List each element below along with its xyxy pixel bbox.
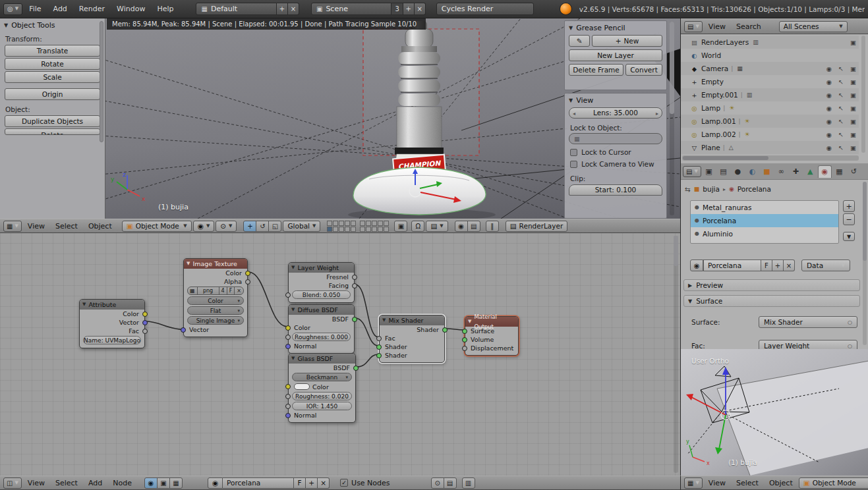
- checkbox-icon[interactable]: [570, 149, 577, 156]
- outliner-row-plane[interactable]: ▽ Plane | △ ◉ ↖ ▣: [681, 141, 859, 154]
- menu-view[interactable]: View: [23, 479, 49, 487]
- snap-magnet-icon[interactable]: Ω: [411, 221, 424, 232]
- outliner-vertical-scrollbar[interactable]: [861, 36, 865, 153]
- node-header[interactable]: ▼ Mix Shader: [380, 315, 444, 325]
- scale-button[interactable]: Scale: [5, 71, 100, 83]
- delete-button[interactable]: Delete: [5, 128, 100, 135]
- menu-object[interactable]: Object: [765, 479, 797, 487]
- hide-eye-icon[interactable]: ◉: [826, 92, 832, 99]
- delete-layout-button[interactable]: ×: [288, 3, 299, 15]
- color-space-menu[interactable]: Color: [187, 296, 244, 305]
- collapse-icon[interactable]: ▼: [291, 263, 295, 273]
- restrict-render-icon[interactable]: ▣: [850, 65, 856, 72]
- lock-to-cursor-row[interactable]: Lock to Cursor: [570, 148, 661, 156]
- socket-fresnel[interactable]: [352, 275, 357, 280]
- rotate-button[interactable]: Rotate: [5, 58, 100, 70]
- viewport-shading-dropdown[interactable]: ◉ ▼: [193, 221, 215, 232]
- hide-eye-icon[interactable]: ◉: [826, 105, 832, 112]
- slider-right-arrow-icon[interactable]: ▸: [656, 109, 658, 119]
- snap-icon[interactable]: ⊙: [431, 477, 444, 489]
- checkbox-icon[interactable]: [570, 161, 577, 168]
- new-grease-button[interactable]: + New: [592, 35, 662, 47]
- blend-slider[interactable]: Blend: 0.050: [292, 290, 351, 299]
- menu-select[interactable]: Select: [51, 222, 82, 231]
- surface-panel-header[interactable]: ▼ Surface: [683, 295, 860, 307]
- restrict-render-icon[interactable]: ▣: [850, 144, 856, 151]
- editor-type-3dview-button[interactable]: ▦▼: [684, 477, 703, 489]
- clip-start-field[interactable]: Start: 0.100: [569, 184, 662, 196]
- socket-shader-out[interactable]: [442, 327, 448, 333]
- delete-frame-button[interactable]: Delete Frame: [569, 64, 623, 76]
- view-panel-header[interactable]: ▼ View: [565, 94, 666, 106]
- pivot-point-dropdown[interactable]: ⊙ ▼: [216, 221, 237, 232]
- hide-eye-icon[interactable]: ◉: [826, 144, 832, 151]
- checkbox-checked-icon[interactable]: ✓: [340, 479, 348, 487]
- restrict-select-icon[interactable]: ↖: [838, 105, 844, 112]
- node-header[interactable]: ▼ Glass BSDF: [289, 354, 355, 364]
- hide-eye-icon[interactable]: ◉: [826, 118, 832, 125]
- snap-element-icon[interactable]: ▤: [444, 477, 457, 489]
- node-attribute[interactable]: ▼ Attribute Color Vector Fac Name: UVMap…: [79, 299, 145, 348]
- material-name-field[interactable]: Porcelana: [223, 477, 294, 489]
- node-header[interactable]: ▼ Diffuse BSDF: [289, 305, 354, 315]
- ior-slider[interactable]: IOR: 1.450: [292, 402, 352, 410]
- outliner-row-empty001[interactable]: + Empty.001 | ▥ ◉ ↖ ▣: [681, 88, 859, 101]
- collapse-icon[interactable]: ▼: [82, 300, 86, 310]
- collapse-icon[interactable]: ▼: [468, 317, 471, 327]
- restrict-select-icon[interactable]: ↖: [838, 144, 844, 151]
- use-nodes-toggle[interactable]: ✓ Use Nodes: [340, 479, 390, 487]
- slot-specials-button[interactable]: ▼: [843, 232, 855, 241]
- hide-eye-icon[interactable]: ◉: [826, 131, 832, 138]
- backdrop-icon[interactable]: ▥: [462, 477, 475, 489]
- socket-alpha[interactable]: [245, 279, 250, 285]
- layer-group-1[interactable]: [327, 221, 356, 232]
- node-diffuse-bsdf[interactable]: ▼ Diffuse BSDF BSDF Color Roughness: 0.0…: [288, 304, 355, 354]
- node-header[interactable]: ▼ Attribute: [80, 300, 144, 310]
- material-slot-selected[interactable]: ● Porcelana: [691, 214, 838, 227]
- menu-view[interactable]: View: [23, 222, 49, 231]
- mode-dropdown[interactable]: ▣ Object Mode ▼: [122, 221, 192, 232]
- editor-type-outliner-button[interactable]: ▤▼: [684, 21, 703, 32]
- render-layer-dropdown[interactable]: ▤ RenderLayer: [506, 221, 568, 232]
- distribution-menu[interactable]: Beckmann: [292, 373, 352, 381]
- tab-render-layers[interactable]: ▤: [716, 165, 730, 178]
- socket-shader-2[interactable]: [376, 353, 382, 358]
- translate-manipulator-toggle[interactable]: +: [243, 221, 256, 232]
- outliner-row-world[interactable]: ◐ World: [681, 49, 859, 62]
- hide-eye-icon[interactable]: ◉: [826, 65, 832, 72]
- secondary-3d-viewport[interactable]: x y User Ortho (1) bujia: [680, 349, 868, 476]
- surface-shader-dropdown[interactable]: Mix Shader ○: [759, 316, 857, 328]
- menu-file[interactable]: File: [24, 5, 46, 13]
- outliner-row-camera[interactable]: ◆ Camera | ▦ ◉ ↖ ▣: [681, 62, 859, 75]
- mode-dropdown[interactable]: ▣ Object Mode: [799, 477, 868, 489]
- socket-color[interactable]: [245, 271, 250, 276]
- tab-modifiers[interactable]: ✚: [789, 165, 803, 178]
- outliner-row-lamp[interactable]: ◎ Lamp | ☀ ◉ ↖ ▣: [681, 101, 859, 115]
- collapse-icon[interactable]: ▼: [291, 354, 295, 364]
- socket-facing[interactable]: [352, 283, 357, 288]
- restrict-select-icon[interactable]: ↖: [838, 92, 844, 99]
- collapse-icon[interactable]: ▼: [291, 305, 295, 315]
- socket-surface[interactable]: [462, 329, 467, 334]
- display-filter-dropdown[interactable]: All Scenes ▼: [779, 21, 848, 32]
- restrict-select-icon[interactable]: ↖: [838, 78, 844, 86]
- fake-user-button[interactable]: F: [294, 477, 306, 489]
- remove-slot-button[interactable]: −: [843, 213, 855, 225]
- restrict-render-icon[interactable]: ▣: [850, 131, 856, 138]
- object-tools-panel-header[interactable]: ▼ Object Tools: [0, 18, 105, 31]
- socket-color[interactable]: [285, 325, 291, 331]
- draw-tool-button[interactable]: ✎: [569, 35, 590, 47]
- menu-help[interactable]: Help: [152, 5, 179, 13]
- roughness-slider[interactable]: Roughness: 0.020: [292, 392, 352, 400]
- node-header[interactable]: ▼ Layer Weight: [289, 263, 354, 273]
- browse-image-icon[interactable]: ▦: [187, 286, 198, 295]
- node-glass-bsdf[interactable]: ▼ Glass BSDF BSDF Beckmann Color Roughne…: [288, 353, 356, 423]
- unlink-material-button[interactable]: ×: [318, 477, 330, 489]
- restrict-select-icon[interactable]: ↖: [838, 65, 844, 72]
- add-layout-button[interactable]: +: [277, 3, 288, 15]
- tab-material[interactable]: ◉: [818, 165, 832, 178]
- roughness-slider[interactable]: Roughness: 0.000: [292, 333, 351, 341]
- menu-add[interactable]: Add: [48, 5, 72, 13]
- material-slot[interactable]: ● Metal_ranuras: [691, 201, 838, 214]
- restrict-render-icon[interactable]: ▣: [850, 118, 856, 125]
